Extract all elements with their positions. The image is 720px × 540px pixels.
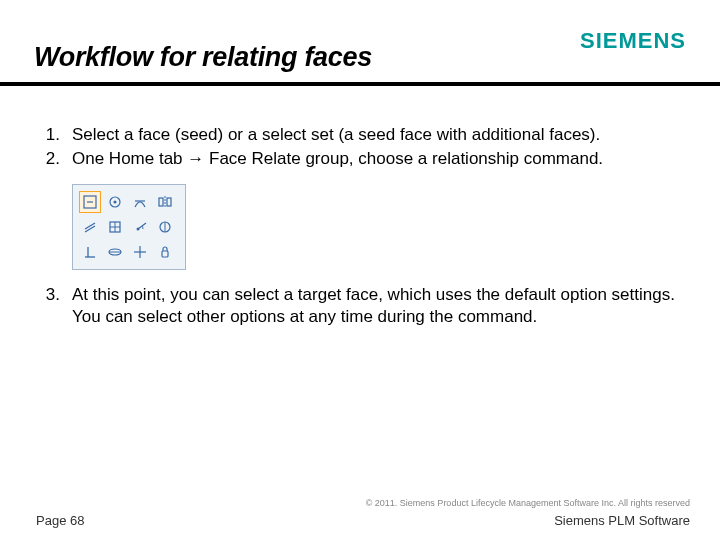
rigid-icon[interactable] (154, 241, 176, 263)
page-title: Workflow for relating faces (34, 42, 372, 73)
face-relate-toolbar (72, 184, 186, 270)
page-number: Page 68 (36, 513, 84, 528)
list-number: 2. (40, 148, 72, 170)
svg-rect-5 (159, 198, 163, 206)
arrow-icon: → (187, 149, 204, 168)
toolbar-grid (79, 191, 179, 263)
coplanar-axis-icon[interactable] (154, 216, 176, 238)
equal-icon[interactable] (79, 216, 101, 238)
list-item: 1. Select a face (seed) or a select set … (40, 124, 684, 146)
svg-point-3 (113, 200, 116, 203)
brand-logo: SIEMENS (580, 28, 686, 54)
list-item: 3. At this point, you can select a targe… (40, 284, 684, 328)
copyright-text: © 2011. Siemens Product Lifecycle Manage… (366, 498, 690, 508)
svg-rect-6 (167, 198, 171, 206)
list-number: 3. (40, 284, 72, 328)
list-text: At this point, you can select a target f… (72, 284, 684, 328)
coplanar-icon[interactable] (104, 241, 126, 263)
svg-rect-23 (162, 251, 168, 257)
list-number: 1. (40, 124, 72, 146)
content-area: 1. Select a face (seed) or a select set … (40, 124, 684, 330)
header-divider (0, 82, 720, 86)
horizontal-vertical-icon[interactable] (129, 241, 151, 263)
parallel-icon[interactable] (79, 191, 101, 213)
list-item: 2. One Home tab → Face Relate group, cho… (40, 148, 684, 170)
list-text: One Home tab → Face Relate group, choose… (72, 148, 684, 170)
slide-footer: © 2011. Siemens Product Lifecycle Manage… (0, 488, 720, 540)
product-name: Siemens PLM Software (554, 513, 690, 528)
offset-icon[interactable] (104, 216, 126, 238)
perpendicular-icon[interactable] (79, 241, 101, 263)
concentric-icon[interactable] (104, 191, 126, 213)
svg-line-8 (85, 223, 95, 229)
symmetric-icon[interactable] (154, 191, 176, 213)
tangent-icon[interactable] (129, 191, 151, 213)
list-text: Select a face (seed) or a select set (a … (72, 124, 684, 146)
list-text-part: Face Relate group, choose a relationship… (204, 149, 603, 168)
list-text-part: One Home tab (72, 149, 187, 168)
slide-header: Workflow for relating faces SIEMENS (0, 0, 720, 84)
svg-line-9 (85, 226, 95, 232)
angle-icon[interactable] (129, 216, 151, 238)
